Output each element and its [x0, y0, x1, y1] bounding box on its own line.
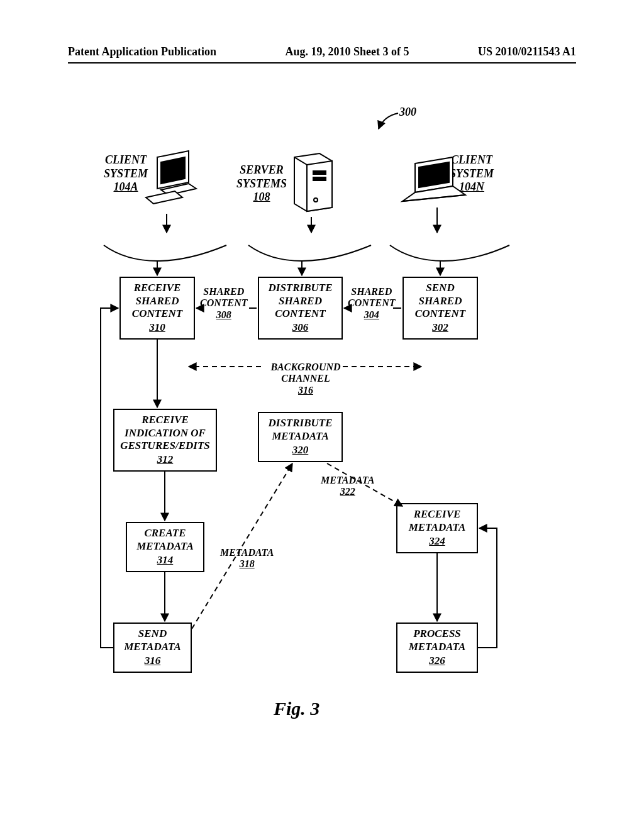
text: SYSTEM [104, 167, 148, 180]
text: DISTRIBUTE [268, 417, 332, 429]
header-left: Patent Application Publication [68, 45, 216, 58]
box-send-shared-content: SEND SHARED CONTENT 302 [402, 277, 478, 340]
box-distribute-shared-content: DISTRIBUTE SHARED CONTENT 306 [258, 277, 343, 340]
figure-number: 300 [399, 106, 416, 119]
text: CONTENT [132, 307, 182, 320]
ref: 104N [459, 180, 484, 193]
ref: 316 [298, 385, 313, 396]
text: METADATA [220, 547, 274, 558]
label-metadata-322: METADATA 322 [321, 475, 374, 498]
text: RECEIVE [134, 282, 181, 294]
ref: 322 [340, 486, 355, 497]
text: SHARED [351, 286, 392, 297]
text: SEND [426, 282, 454, 294]
ref: 310 [149, 321, 165, 334]
text: SHARED [203, 286, 244, 297]
svg-line-21 [192, 463, 292, 629]
svg-point-4 [314, 198, 318, 202]
text: SHARED [136, 295, 179, 307]
box-receive-metadata: RECEIVE METADATA 324 [396, 503, 478, 553]
text: METADATA [409, 521, 466, 534]
box-receive-shared-content: RECEIVE SHARED CONTENT 310 [119, 277, 195, 340]
box-receive-indication: RECEIVE INDICATION OF GESTURES/EDITS 312 [113, 409, 217, 472]
server-systems-label: SERVER SYSTEMS 108 [236, 163, 287, 204]
svg-rect-3 [313, 177, 326, 180]
text: CHANNEL [281, 373, 330, 384]
desktop-computer-icon [146, 151, 196, 204]
box-process-metadata: PROCESS METADATA 326 [396, 622, 478, 673]
ref: 306 [292, 321, 309, 334]
ref: 324 [429, 535, 445, 548]
text: RECEIVE [414, 508, 461, 521]
text: CLIENT [451, 153, 492, 166]
text: SERVER [240, 163, 284, 176]
label-shared-content-304: SHARED CONTENT 304 [348, 286, 396, 321]
header-center: Aug. 19, 2010 Sheet 3 of 5 [286, 45, 409, 58]
text: CONTENT [348, 297, 396, 308]
text: CLIENT [105, 153, 147, 166]
ref: 304 [364, 309, 379, 320]
label-shared-content-308: SHARED CONTENT 308 [200, 286, 248, 321]
client-system-a-label: CLIENT SYSTEM 104A [104, 153, 148, 194]
ref: 316 [145, 655, 161, 667]
header-right: US 2010/0211543 A1 [478, 45, 576, 58]
ref: 302 [432, 321, 448, 334]
text: CONTENT [415, 307, 465, 320]
figure-caption: Fig. 3 [274, 698, 319, 719]
text: GESTURES/EDITS [120, 440, 210, 452]
label-background-channel: BACKGROUND CHANNEL 316 [262, 362, 350, 396]
text: CONTENT [275, 307, 325, 320]
ref: 308 [216, 309, 231, 320]
text: CREATE [144, 527, 186, 540]
server-tower-icon [294, 153, 332, 211]
text: METADATA [124, 641, 181, 653]
svg-rect-2 [313, 171, 326, 174]
page-header: Patent Application Publication Aug. 19, … [68, 45, 576, 64]
box-send-metadata: SEND METADATA 316 [113, 622, 192, 673]
ref: 312 [157, 453, 174, 466]
ref: 104A [114, 180, 138, 193]
text: SYSTEMS [236, 177, 287, 190]
text: PROCESS [413, 628, 461, 640]
ref: 326 [429, 655, 445, 667]
text: METADATA [272, 430, 329, 443]
ref: 314 [157, 554, 174, 567]
text: SEND [138, 628, 167, 640]
text: INDICATION OF [125, 427, 206, 440]
text: CONTENT [200, 297, 248, 308]
box-create-metadata: CREATE METADATA 314 [126, 522, 204, 572]
text: METADATA [409, 641, 466, 653]
text: SYSTEM [450, 167, 494, 180]
ref: 318 [240, 558, 255, 569]
text: METADATA [136, 540, 194, 553]
svg-line-5 [402, 195, 465, 201]
text: RECEIVE [142, 414, 189, 426]
text: DISTRIBUTE [268, 282, 332, 294]
client-system-n-label: CLIENT SYSTEM 104N [450, 153, 494, 194]
label-metadata-318: METADATA 318 [220, 547, 274, 570]
ref: 108 [253, 191, 270, 203]
text: SHARED [279, 295, 322, 307]
text: BACKGROUND [270, 362, 340, 372]
ref: 320 [292, 444, 309, 456]
text: SHARED [419, 295, 462, 307]
svg-line-0 [294, 157, 307, 165]
box-distribute-metadata: DISTRIBUTE METADATA 320 [258, 412, 343, 462]
text: METADATA [321, 475, 374, 485]
